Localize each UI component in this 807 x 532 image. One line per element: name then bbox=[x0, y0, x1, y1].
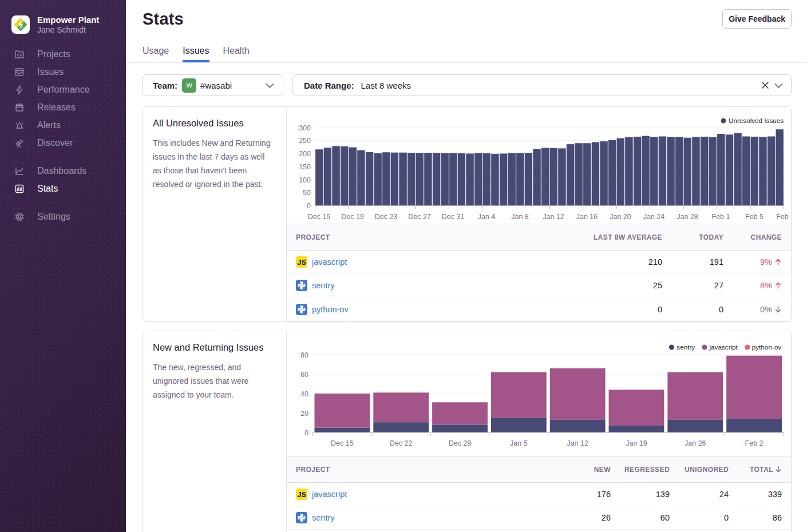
svg-text:Dec 19: Dec 19 bbox=[341, 213, 364, 221]
svg-text:80: 80 bbox=[300, 351, 308, 359]
svg-text:Jan 24: Jan 24 bbox=[643, 213, 665, 221]
svg-text:python-ov: python-ov bbox=[752, 343, 781, 351]
svg-text:150: 150 bbox=[299, 163, 311, 171]
svg-text:250: 250 bbox=[299, 137, 311, 145]
svg-text:200: 200 bbox=[299, 150, 311, 158]
svg-text:Jan 8: Jan 8 bbox=[511, 213, 529, 221]
svg-text:Jan 12: Jan 12 bbox=[567, 439, 588, 447]
svg-text:Dec 31: Dec 31 bbox=[442, 213, 465, 221]
svg-text:Dec 29: Dec 29 bbox=[449, 439, 472, 447]
svg-text:Dec 15: Dec 15 bbox=[308, 213, 331, 221]
svg-text:Feb: Feb bbox=[776, 213, 789, 221]
svg-text:JS: JS bbox=[298, 491, 306, 499]
svg-text:20: 20 bbox=[300, 410, 308, 418]
svg-text:Jan 26: Jan 26 bbox=[685, 439, 706, 447]
svg-text:0: 0 bbox=[307, 202, 311, 210]
svg-text:Jan 12: Jan 12 bbox=[543, 213, 564, 221]
svg-text:sentry: sentry bbox=[677, 343, 695, 351]
svg-text:40: 40 bbox=[300, 390, 308, 398]
svg-text:Jan 5: Jan 5 bbox=[510, 439, 528, 447]
svg-text:Feb 1: Feb 1 bbox=[712, 213, 730, 221]
svg-text:Feb 5: Feb 5 bbox=[745, 213, 764, 221]
svg-text:Jan 16: Jan 16 bbox=[576, 213, 598, 221]
svg-text:Dec 23: Dec 23 bbox=[375, 213, 398, 221]
svg-text:60: 60 bbox=[300, 371, 308, 379]
svg-text:Jan 4: Jan 4 bbox=[478, 213, 496, 221]
svg-text:javascript: javascript bbox=[709, 343, 738, 351]
svg-text:Dec 27: Dec 27 bbox=[408, 213, 431, 221]
svg-text:Jan 28: Jan 28 bbox=[677, 213, 698, 221]
svg-text:100: 100 bbox=[299, 176, 311, 184]
svg-text:JS: JS bbox=[298, 259, 306, 267]
svg-text:Feb 2: Feb 2 bbox=[745, 439, 764, 447]
svg-text:Dec 15: Dec 15 bbox=[331, 439, 354, 447]
svg-text:Jan 19: Jan 19 bbox=[626, 439, 647, 447]
svg-text:Jan 20: Jan 20 bbox=[610, 213, 631, 221]
svg-text:Unresolved Issues: Unresolved Issues bbox=[729, 117, 784, 124]
svg-text:Dec 22: Dec 22 bbox=[390, 439, 413, 447]
svg-text:300: 300 bbox=[299, 124, 311, 132]
svg-text:0: 0 bbox=[304, 429, 308, 437]
svg-text:50: 50 bbox=[303, 189, 311, 197]
